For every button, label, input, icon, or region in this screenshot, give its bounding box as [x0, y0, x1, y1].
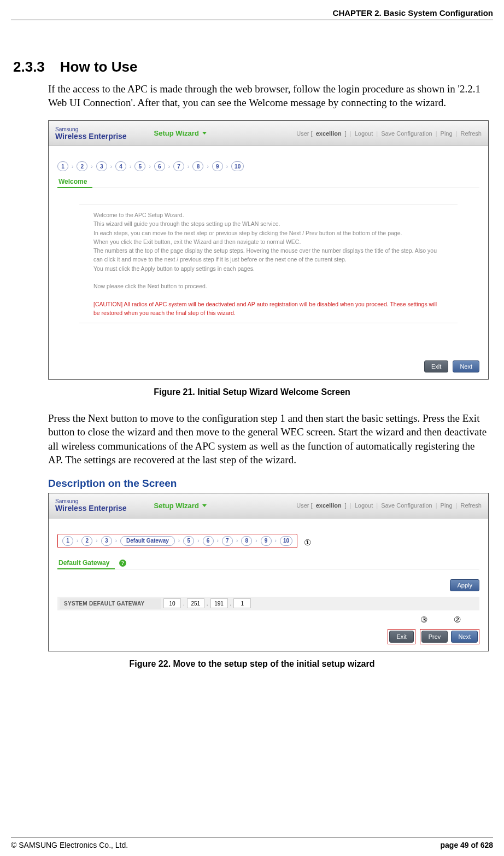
section-title: How to Use: [60, 59, 138, 75]
app-header: Samsung Wireless Enterprise Setup Wizard…: [49, 493, 488, 519]
step-2[interactable]: 2: [77, 161, 87, 171]
header-right: User [ excellion ] | Logout | Save Confi…: [296, 130, 482, 137]
ip-octet-2[interactable]: [187, 598, 204, 608]
exit-button[interactable]: Exit: [424, 360, 448, 372]
setup-wizard-label[interactable]: Setup Wizard: [154, 502, 199, 510]
step-4[interactable]: 4: [115, 161, 126, 171]
step-6[interactable]: 6: [203, 536, 214, 546]
step-1[interactable]: 1: [62, 536, 73, 546]
ping-link[interactable]: Ping: [441, 502, 453, 509]
separator: |: [350, 130, 351, 137]
user-name: excellion: [316, 502, 342, 509]
welcome-line: In each steps, you can move to the next …: [93, 229, 443, 237]
mid-paragraph: Press the Next button to move to the con…: [48, 411, 489, 466]
welcome-message: Welcome to the APC Setup Wizard. This wi…: [79, 205, 458, 323]
step-separator: ›: [77, 538, 78, 544]
exit-highlight: Exit: [388, 629, 415, 644]
separator: |: [376, 130, 378, 137]
app-header: Samsung Wireless Enterprise Setup Wizard…: [49, 121, 488, 146]
step-separator: ›: [110, 164, 112, 170]
step-5[interactable]: 5: [134, 161, 145, 171]
ip-dot: .: [207, 601, 208, 607]
ip-octet-1[interactable]: [163, 598, 181, 608]
logout-link[interactable]: Logout: [355, 502, 373, 509]
step-3[interactable]: 3: [96, 161, 107, 171]
figure-1-caption: Figure 21. Initial Setup Wizard Welcome …: [11, 387, 493, 397]
separator: |: [456, 502, 458, 509]
step-1[interactable]: 1: [57, 161, 68, 171]
step-10[interactable]: 10: [280, 536, 292, 546]
refresh-link[interactable]: Refresh: [460, 502, 482, 509]
welcome-line: This wizard will guide you through the s…: [93, 219, 443, 228]
ping-link[interactable]: Ping: [441, 130, 453, 137]
logo-bottom: Wireless Enterprise: [55, 132, 127, 140]
logo-bottom: Wireless Enterprise: [55, 504, 127, 512]
refresh-link[interactable]: Refresh: [460, 130, 482, 137]
step-7[interactable]: 7: [173, 161, 184, 171]
step-separator: ›: [96, 538, 97, 544]
step-8[interactable]: 8: [192, 161, 203, 171]
ip-octet-4[interactable]: [233, 598, 251, 608]
step-separator: ›: [187, 164, 189, 170]
step-separator: ›: [275, 538, 277, 544]
button-row: Exit Prev Next: [57, 629, 479, 644]
save-config-link[interactable]: Save Configuration: [381, 502, 432, 509]
exit-button[interactable]: Exit: [389, 631, 413, 643]
step-separator: ›: [207, 164, 208, 170]
figure-2: Samsung Wireless Enterprise Setup Wizard…: [48, 493, 489, 651]
user-prefix: User [: [296, 130, 312, 137]
user-suffix: ]: [345, 502, 347, 509]
step-separator: ›: [197, 538, 199, 544]
next-button[interactable]: Next: [453, 360, 479, 372]
ip-octet-3[interactable]: [210, 598, 228, 608]
save-config-link[interactable]: Save Configuration: [381, 130, 432, 137]
page-footer: © SAMSUNG Electronics Co., Ltd. page 49 …: [11, 837, 493, 849]
help-icon[interactable]: ?: [119, 560, 126, 567]
welcome-line: When you click the Exit button, exit the…: [93, 237, 443, 246]
tab-welcome[interactable]: Welcome: [57, 176, 92, 188]
step-separator: ›: [115, 538, 117, 544]
step-2[interactable]: 2: [81, 536, 92, 546]
step-9[interactable]: 9: [212, 161, 223, 171]
step-separator: ›: [236, 538, 238, 544]
welcome-proceed: Now please click the Next button to proc…: [93, 282, 443, 290]
apply-button[interactable]: Apply: [450, 579, 479, 591]
logo: Samsung Wireless Enterprise: [55, 127, 127, 140]
callout-1: ①: [304, 538, 311, 548]
step-separator: ›: [168, 164, 170, 170]
section-heading: 2.3.3How to Use: [13, 59, 493, 75]
step-default-gateway[interactable]: Default Gateway: [120, 536, 175, 546]
wizard-steps: 1› 2› 3› 4› 5› 6› 7› 8› 9› 10: [57, 161, 479, 171]
step-10[interactable]: 10: [231, 161, 244, 171]
welcome-caution: [CAUTION] All radios of APC system will …: [93, 300, 443, 318]
step-separator: ›: [149, 164, 150, 170]
ip-dot: .: [230, 601, 232, 607]
step-6[interactable]: 6: [154, 161, 165, 171]
logo: Samsung Wireless Enterprise: [55, 499, 127, 512]
callout-3: ③: [420, 615, 427, 625]
figure-1: Samsung Wireless Enterprise Setup Wizard…: [48, 120, 489, 380]
step-8[interactable]: 8: [241, 536, 252, 546]
prev-button[interactable]: Prev: [421, 631, 448, 643]
header-right: User [ excellion ] | Logout | Save Confi…: [296, 502, 482, 509]
step-5[interactable]: 5: [183, 536, 194, 546]
setup-wizard-label[interactable]: Setup Wizard: [154, 129, 199, 137]
figure-2-caption: Figure 22. Move to the setup step of the…: [11, 659, 493, 669]
step-7[interactable]: 7: [222, 536, 233, 546]
tab-underline: [57, 188, 479, 188]
separator: |: [436, 502, 437, 509]
welcome-line: You must click the Apply button to apply…: [93, 264, 443, 273]
logout-link[interactable]: Logout: [355, 130, 373, 137]
step-3[interactable]: 3: [101, 536, 112, 546]
step-separator: ›: [226, 164, 228, 170]
next-button[interactable]: Next: [451, 631, 478, 643]
step-separator: ›: [91, 164, 92, 170]
apply-row: Apply: [57, 579, 479, 591]
wizard-steps-highlighted: 1› 2› 3› Default Gateway› 5› 6› 7› 8› 9›…: [57, 534, 297, 548]
step-separator: ›: [130, 164, 131, 170]
tab-default-gateway[interactable]: Default Gateway: [57, 557, 115, 569]
user-prefix: User [: [296, 502, 312, 509]
separator: |: [350, 502, 351, 509]
step-9[interactable]: 9: [261, 536, 272, 546]
footer-copyright: © SAMSUNG Electronics Co., Ltd.: [11, 841, 128, 849]
